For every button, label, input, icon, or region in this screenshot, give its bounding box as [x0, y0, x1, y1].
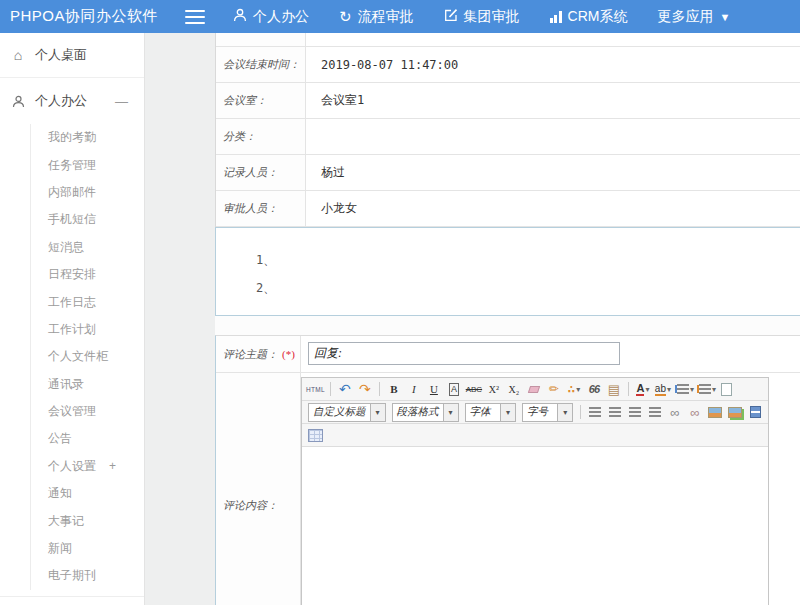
bullet-list-icon [699, 384, 711, 394]
sidebar-item-file-cabinet[interactable]: 个人文件柜 [31, 343, 144, 370]
field-label: 会议室： [216, 83, 306, 118]
insert-table-button[interactable] [306, 426, 324, 444]
text-style-button[interactable]: ∴▾ [565, 380, 583, 398]
superscript-button[interactable]: X² [485, 380, 503, 398]
nav-group-approval[interactable]: 集团审批 [444, 8, 520, 26]
strikethrough-button[interactable]: ABC [465, 380, 483, 398]
editor-toolbar-row-2: 自定义标题▾ 段落格式▾ 字体▾ 字号▾ ∞ ∞ [302, 401, 768, 424]
image-icon [708, 407, 722, 418]
redo-button[interactable]: ↷ [356, 380, 374, 398]
editor-toolbar-row-3 [302, 424, 768, 447]
font-color-button[interactable]: A▾ [634, 380, 652, 398]
bold-button[interactable]: B [385, 380, 403, 398]
sidebar: ⌂ 个人桌面 个人办公 — 我的考勤 任务管理 内部邮件 手机短信 短消息 日程… [0, 33, 145, 605]
caret-down-icon: ▾ [645, 385, 649, 394]
nav-more-apps[interactable]: 更多应用 ▼ [657, 8, 730, 26]
main-area: 会议结束时间： 2019-08-07 11:47:00 会议室： 会议室1 分类… [145, 33, 800, 605]
html-source-button[interactable]: HTML [306, 380, 325, 398]
insert-media-button[interactable] [746, 403, 764, 421]
italic-button[interactable]: I [405, 380, 423, 398]
sidebar-item-workflow-approval[interactable]: ↻ 流程审批 + [0, 596, 144, 605]
nav-label: 流程审批 [358, 8, 414, 26]
expand-icon[interactable]: + [109, 459, 144, 473]
required-mark: (*) [282, 348, 295, 360]
remove-link-button[interactable]: ∞ [686, 403, 704, 421]
sidebar-item-meeting-mgmt[interactable]: 会议管理 [31, 398, 144, 425]
field-value: 小龙女 [306, 191, 800, 226]
sidebar-item-work-log[interactable]: 工作日志 [31, 288, 144, 315]
sidebar-item-sms[interactable]: 手机短信 [31, 206, 144, 233]
edit-icon [444, 8, 458, 25]
bar-chart-icon [550, 11, 562, 23]
bullet-list-button[interactable]: ▾ [696, 380, 716, 398]
caret-down-icon: ▼ [719, 11, 730, 23]
rich-text-editor: HTML ↶ ↷ B I U A ABC X² X₂ [301, 377, 769, 605]
font-family-select[interactable]: 字体▾ [465, 403, 516, 422]
nav-personal-office[interactable]: 个人办公 [233, 8, 309, 26]
subscript-button[interactable]: X₂ [505, 380, 523, 398]
eraser-button[interactable] [525, 380, 543, 398]
font-border-button[interactable]: A [449, 383, 459, 396]
nav-workflow-approval[interactable]: ↻ 流程审批 [339, 8, 414, 26]
sidebar-item-work-plan[interactable]: 工作计划 [31, 316, 144, 343]
format-brush-button[interactable]: ✏ [545, 380, 563, 398]
insert-image-button[interactable] [706, 403, 724, 421]
comment-content-row: 评论内容： HTML ↶ ↷ B I U A [216, 373, 800, 605]
eraser-icon [528, 386, 540, 393]
align-right-button[interactable] [626, 403, 644, 421]
upload-image-button[interactable] [726, 403, 744, 421]
sidebar-item-personal-office[interactable]: 个人办公 — [0, 78, 144, 124]
sidebar-item-contacts[interactable]: 通讯录 [31, 371, 144, 398]
sidebar-item-notices[interactable]: 通知 [31, 480, 144, 507]
sidebar-item-personal-settings[interactable]: 个人设置 + [31, 453, 144, 480]
sidebar-item-tasks[interactable]: 任务管理 [31, 151, 144, 178]
sidebar-item-desktop[interactable]: ⌂ 个人桌面 [0, 33, 144, 78]
align-center-button[interactable] [606, 403, 624, 421]
editor-toolbar-row-1: HTML ↶ ↷ B I U A ABC X² X₂ [302, 378, 768, 401]
content-line: 2、 [256, 274, 800, 302]
sidebar-item-schedule[interactable]: 日程安排 [31, 261, 144, 288]
paste-button[interactable]: ▤ [605, 380, 623, 398]
font-size-select[interactable]: 字号▾ [522, 403, 573, 422]
blockquote-button[interactable]: 66 [585, 380, 603, 398]
insert-link-button[interactable]: ∞ [666, 403, 684, 421]
meeting-detail-table: 会议结束时间： 2019-08-07 11:47:00 会议室： 会议室1 分类… [215, 33, 800, 227]
field-label: 会议结束时间： [216, 47, 306, 82]
paragraph-format-select[interactable]: 段落格式▾ [392, 403, 459, 422]
sidebar-item-attendance[interactable]: 我的考勤 [31, 124, 144, 151]
ordered-list-button[interactable]: ▾ [674, 380, 694, 398]
sidebar-item-news[interactable]: 新闻 [31, 535, 144, 562]
highlight-button[interactable]: ab▾ [654, 380, 672, 398]
align-left-button[interactable] [586, 403, 604, 421]
comment-content-editarea[interactable] [302, 447, 768, 605]
align-justify-button[interactable] [646, 403, 664, 421]
underline-button[interactable]: U [425, 380, 443, 398]
comment-subject-label: 评论主题： [223, 347, 278, 362]
top-header: PHPOA协同办公软件 个人办公 ↻ 流程审批 集团审批 CRM系统 更多应用 … [0, 0, 800, 33]
sidebar-item-label: 个人办公 [35, 92, 87, 110]
table-row-approver: 审批人员： 小龙女 [216, 191, 800, 227]
sidebar-item-e-journal[interactable]: 电子期刊 [31, 562, 144, 589]
field-value: 2019-08-07 11:47:00 [306, 47, 800, 82]
menu-toggle-icon[interactable] [185, 10, 205, 24]
caret-down-icon: ▾ [576, 385, 580, 394]
comment-subject-row: 评论主题： (*) [216, 336, 800, 373]
table-row-recorder: 记录人员： 杨过 [216, 155, 800, 191]
field-value: 杨过 [306, 155, 800, 190]
image-upload-icon [728, 407, 742, 418]
align-center-icon [609, 407, 621, 417]
sidebar-item-announcements[interactable]: 公告 [31, 425, 144, 452]
undo-button[interactable]: ↶ [336, 380, 354, 398]
align-left-icon [589, 407, 601, 417]
sidebar-item-internal-mail[interactable]: 内部邮件 [31, 179, 144, 206]
sidebar-item-memorabilia[interactable]: 大事记 [31, 507, 144, 534]
caret-down-icon: ▾ [557, 404, 572, 421]
comment-subject-input[interactable] [308, 342, 620, 365]
heading-style-select[interactable]: 自定义标题▾ [308, 403, 386, 422]
collapse-icon[interactable]: — [115, 94, 134, 109]
nav-crm-system[interactable]: CRM系统 [550, 8, 628, 26]
table-row-end-time: 会议结束时间： 2019-08-07 11:47:00 [216, 47, 800, 83]
new-page-button[interactable] [718, 380, 736, 398]
sidebar-item-short-message[interactable]: 短消息 [31, 234, 144, 261]
comment-content-label: 评论内容： [216, 373, 301, 605]
